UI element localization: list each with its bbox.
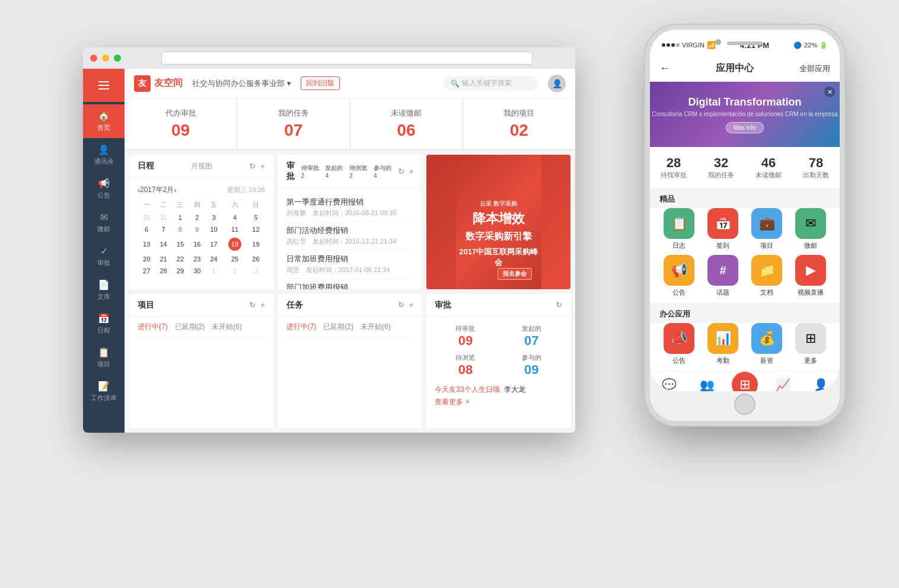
app-item-checkin[interactable]: 📅 签到 xyxy=(703,208,742,250)
cal-day[interactable]: 25 xyxy=(223,254,247,264)
sidebar-item-home[interactable]: 🏠 首页 xyxy=(83,104,125,138)
minimize-traffic-light[interactable] xyxy=(102,55,109,62)
home-button[interactable] xyxy=(734,394,755,415)
approval-item-3[interactable]: 日常加班费用报销 周浩 发起时间：2017-01-08 21:34 xyxy=(286,250,414,279)
cal-day[interactable]: 12 xyxy=(248,224,263,235)
tab-me[interactable]: 👤 我 xyxy=(802,378,840,391)
cal-day[interactable]: 17 xyxy=(206,236,221,253)
close-traffic-light[interactable] xyxy=(90,55,97,62)
user-avatar[interactable]: 👤 xyxy=(548,75,566,92)
sidebar-item-mail[interactable]: ✉ 微邮 xyxy=(83,206,125,239)
cal-day[interactable]: 11 xyxy=(223,224,247,235)
add-icon[interactable]: + xyxy=(409,301,414,309)
cal-day[interactable]: 21 xyxy=(155,254,171,264)
refresh-icon[interactable]: ↻ xyxy=(398,301,404,309)
app-item-project[interactable]: 💼 项目 xyxy=(747,208,786,250)
cal-day[interactable]: 3 xyxy=(248,266,263,276)
sidebar-item-todo[interactable]: 📝 工作清单 xyxy=(83,375,125,408)
sidebar-item-announcement[interactable]: 📢 公告 xyxy=(83,172,125,206)
cal-day[interactable]: 29 xyxy=(173,266,188,276)
cal-day[interactable]: 30 xyxy=(139,212,154,223)
cal-day[interactable]: 1 xyxy=(206,266,221,276)
cal-day[interactable]: 15 xyxy=(173,236,188,253)
sidebar-item-library[interactable]: 📄 文库 xyxy=(83,273,125,307)
tab-messages[interactable]: 💬 消息 xyxy=(650,378,688,391)
next-month-btn[interactable]: › xyxy=(174,186,176,194)
office-app-announcement[interactable]: 📣 公告 xyxy=(659,323,699,365)
refresh-icon[interactable]: ↻ xyxy=(398,167,404,176)
maximize-traffic-light[interactable] xyxy=(114,55,121,62)
task-tab-ongoing[interactable]: 进行中(7) xyxy=(286,322,317,332)
approval-item-4[interactable]: 部门加班费用报销 赵程 发起时间：2017-01-21 21:34 xyxy=(286,279,414,289)
cal-day[interactable]: 31 xyxy=(155,212,171,223)
cal-day[interactable]: 19 xyxy=(248,236,263,253)
banner-badge-btn[interactable]: 报名参会 xyxy=(498,268,532,280)
topbar-search[interactable]: 🔍 输入关键字搜索 xyxy=(444,76,538,91)
cal-day[interactable]: 3 xyxy=(206,212,221,223)
hamburger-icon[interactable] xyxy=(98,81,109,90)
refresh-icon[interactable]: ↻ xyxy=(249,301,256,309)
office-app-salary[interactable]: 💰 薪资 xyxy=(747,323,786,365)
office-app-more[interactable]: ⊞ 更多 xyxy=(791,323,830,365)
proj-tab-pending[interactable]: 未开始(6) xyxy=(212,322,242,332)
app-item-live[interactable]: ▶ 视频直播 xyxy=(791,255,830,297)
cal-day-today[interactable]: 18 xyxy=(223,236,247,253)
dept-selector[interactable]: 社交与协同办公服务事业部 ▾ xyxy=(192,78,291,89)
sidebar-item-approval[interactable]: ✓ 审批 xyxy=(83,239,125,273)
weekday-sun: 日 xyxy=(248,199,263,211)
cal-day[interactable]: 24 xyxy=(206,254,221,264)
sidebar-item-contacts[interactable]: 👤 通讯录 xyxy=(83,138,125,172)
app-item-announcement[interactable]: 📢 公告 xyxy=(659,255,699,297)
cal-day[interactable]: 2 xyxy=(223,266,247,276)
cal-day[interactable]: 13 xyxy=(139,236,154,253)
office-app-attendance[interactable]: 📊 考勤 xyxy=(703,323,742,365)
phone-banner-close[interactable]: ✕ xyxy=(824,87,835,97)
add-icon[interactable]: + xyxy=(409,167,414,176)
checkin-icon: 📅 xyxy=(707,208,738,239)
approval-item-title: 部门活动经费报销 xyxy=(286,225,414,236)
calendar-view[interactable]: 月视图 xyxy=(191,161,212,171)
cal-day[interactable]: 8 xyxy=(173,224,188,235)
phone-nav-action[interactable]: 全部应用 xyxy=(799,63,830,74)
cal-day[interactable]: 28 xyxy=(155,266,171,276)
cal-day[interactable]: 27 xyxy=(139,266,154,276)
old-version-button[interactable]: 回到旧版 xyxy=(301,76,340,90)
cal-day[interactable]: 6 xyxy=(139,224,154,235)
app-item-docs[interactable]: 📁 文档 xyxy=(747,255,786,297)
cal-day[interactable]: 30 xyxy=(189,266,205,276)
cal-day[interactable]: 14 xyxy=(155,236,171,253)
app-item-topic[interactable]: # 话题 xyxy=(703,255,742,297)
app-item-mail[interactable]: ✉ 微邮 xyxy=(791,208,830,250)
approval-item-2[interactable]: 部门活动经费报销 高红雪 发起时间：2016-12-21 21:34 xyxy=(286,222,414,250)
refresh-icon[interactable]: ↻ xyxy=(556,301,562,309)
tab-contacts[interactable]: 👥 联系人 xyxy=(688,378,726,391)
approval-item-1[interactable]: 第一季度通行费用报销 刘海鹏 发起时间：2016-08-21 09:30 xyxy=(286,193,414,222)
cal-day[interactable]: 2 xyxy=(189,212,205,223)
add-icon[interactable]: + xyxy=(260,162,265,171)
proj-tab-ongoing[interactable]: 进行中(7) xyxy=(138,322,168,332)
proj-tab-delayed[interactable]: 已延期(2) xyxy=(175,322,205,332)
cal-day[interactable]: 23 xyxy=(189,254,205,264)
cal-day[interactable]: 20 xyxy=(139,254,154,264)
sidebar-item-project[interactable]: 📋 项目 xyxy=(83,341,125,375)
tab-feed[interactable]: 📈 动态 xyxy=(764,378,802,391)
task-tab-pending[interactable]: 未开始(6) xyxy=(361,322,391,332)
task-tab-delayed[interactable]: 已延期(2) xyxy=(323,322,353,332)
cal-day[interactable]: 1 xyxy=(173,212,188,223)
add-icon[interactable]: + xyxy=(260,301,265,309)
cal-day[interactable]: 22 xyxy=(173,254,188,264)
app-item-journal[interactable]: 📋 日志 xyxy=(659,208,699,250)
cal-day[interactable]: 4 xyxy=(223,212,247,223)
sidebar-item-schedule[interactable]: 📅 日程 xyxy=(83,307,125,341)
refresh-icon[interactable]: ↻ xyxy=(249,162,256,171)
cal-day[interactable]: 26 xyxy=(248,254,263,264)
cal-day[interactable]: 5 xyxy=(248,212,263,223)
phone-banner-btn[interactable]: Mas info xyxy=(726,122,764,133)
cal-day[interactable]: 7 xyxy=(155,224,171,235)
see-more-approval-bottom[interactable]: 查看更多 > xyxy=(426,395,570,412)
cal-day[interactable]: 16 xyxy=(189,236,205,253)
cal-day[interactable]: 10 xyxy=(206,224,221,235)
back-button[interactable]: ← xyxy=(659,62,670,75)
cal-day[interactable]: 9 xyxy=(189,224,205,235)
tab-apps[interactable]: ⊞ 应用 xyxy=(726,372,764,391)
